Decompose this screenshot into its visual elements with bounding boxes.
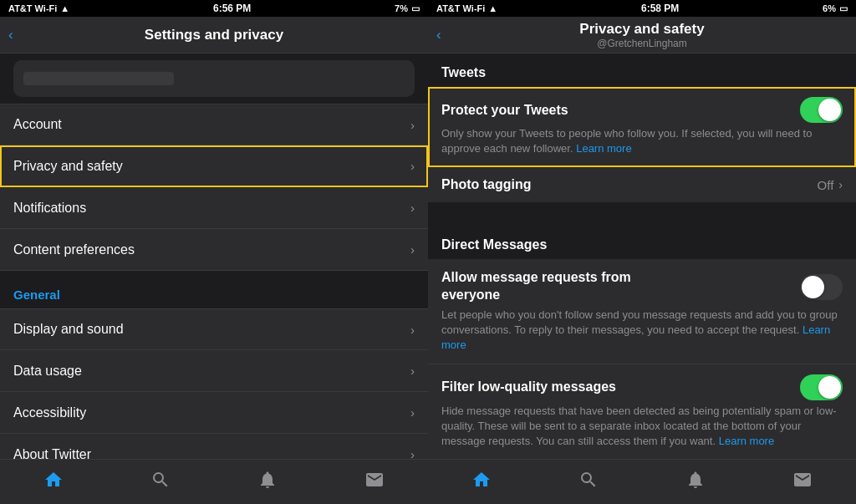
tab-search-left[interactable] — [144, 463, 177, 501]
menu-item-account[interactable]: Account › — [0, 104, 428, 145]
photo-tagging-label: Photo tagging — [441, 177, 532, 192]
back-chevron-left: ‹ — [8, 27, 13, 43]
back-button-right[interactable]: ‹ — [436, 27, 441, 43]
main-menu: Account › Privacy and safety › Notificat… — [0, 104, 428, 271]
filter-messages-item: Filter low-quality messages Hide message… — [428, 364, 856, 459]
allow-messages-description: Let people who you don't follow send you… — [441, 308, 843, 354]
filter-messages-description: Hide message requests that have been det… — [441, 404, 843, 450]
filter-messages-toggle[interactable] — [800, 374, 843, 400]
tab-bar-left — [0, 459, 428, 504]
chevron-photo-tagging: › — [838, 178, 843, 191]
carrier-left: AT&T Wi-Fi — [8, 3, 57, 13]
photo-tagging-value: Off — [818, 178, 834, 192]
nav-bar-right: ‹ Privacy and safety @GretchenLingham — [428, 17, 856, 53]
filter-messages-toggle-knob — [818, 376, 841, 399]
filter-messages-learn-more[interactable]: Learn more — [719, 435, 774, 447]
battery-pct-left: 7% — [395, 3, 408, 13]
allow-messages-toggle[interactable] — [800, 274, 843, 300]
chevron-about: › — [410, 447, 415, 459]
allow-messages-item: Allow message requests from everyone Let… — [428, 259, 856, 364]
tab-home-left[interactable] — [37, 463, 70, 501]
status-right-left: AT&T Wi-Fi ▲ — [436, 3, 497, 13]
tab-home-right[interactable] — [465, 463, 498, 501]
tweets-section-title: Tweets — [428, 53, 856, 87]
protect-tweets-label: Protect your Tweets — [441, 103, 568, 118]
time-left: 6:56 PM — [213, 3, 251, 14]
page-title-left: Settings and privacy — [145, 27, 283, 43]
nav-bar-left: ‹ Settings and privacy — [0, 17, 428, 53]
battery-icon-left: ▭ — [411, 3, 420, 14]
menu-item-content[interactable]: Content preferences › — [0, 229, 428, 271]
status-left: AT&T Wi-Fi ▲ — [8, 3, 69, 13]
menu-item-privacy[interactable]: Privacy and safety › — [0, 145, 428, 187]
user-banner — [13, 60, 415, 97]
content-right: Tweets Protect your Tweets Only show you… — [428, 53, 856, 459]
tab-messages-right[interactable] — [786, 463, 819, 501]
battery-left: 7% ▭ — [395, 3, 420, 14]
chevron-notifications: › — [410, 201, 415, 215]
time-right: 6:58 PM — [641, 3, 679, 14]
protect-tweets-toggle[interactable] — [800, 97, 843, 123]
allow-messages-label: Allow message requests from everyone — [441, 269, 659, 304]
tab-bar-right — [428, 459, 856, 504]
carrier-right: AT&T Wi-Fi — [436, 3, 485, 13]
back-button-left[interactable]: ‹ — [8, 27, 13, 43]
tweets-card-list: Protect your Tweets Only show your Tweet… — [428, 87, 856, 202]
page-title-right: Privacy and safety — [579, 21, 704, 38]
protect-tweets-item: Protect your Tweets Only show your Tweet… — [428, 87, 856, 167]
wifi-icon-left: ▲ — [60, 3, 69, 13]
protect-tweets-description: Only show your Tweets to people who foll… — [441, 126, 843, 156]
protect-tweets-row: Protect your Tweets — [441, 97, 843, 123]
chevron-data: › — [410, 364, 415, 378]
right-panel: AT&T Wi-Fi ▲ 6:58 PM 6% ▭ ‹ Privacy and … — [428, 0, 856, 504]
chevron-accessibility: › — [410, 405, 415, 420]
chevron-display: › — [410, 323, 415, 337]
tab-notifications-left[interactable] — [251, 463, 284, 501]
allow-messages-row: Allow message requests from everyone — [441, 269, 843, 304]
photo-tagging-row: Photo tagging Off › — [441, 177, 843, 192]
left-panel: AT&T Wi-Fi ▲ 6:56 PM 7% ▭ ‹ Settings and… — [0, 0, 428, 504]
general-section-header: General — [0, 271, 428, 308]
protect-tweets-learn-more[interactable]: Learn more — [576, 142, 631, 155]
section-divider — [428, 202, 856, 226]
menu-item-data[interactable]: Data usage › — [0, 350, 428, 392]
nav-title-group: Privacy and safety @GretchenLingham — [579, 21, 704, 49]
menu-item-notifications[interactable]: Notifications › — [0, 187, 428, 229]
filter-messages-label: Filter low-quality messages — [441, 379, 616, 395]
dm-section-title: Direct Messages — [428, 226, 856, 259]
status-bar-right: AT&T Wi-Fi ▲ 6:58 PM 6% ▭ — [428, 0, 856, 17]
menu-item-display[interactable]: Display and sound › — [0, 308, 428, 350]
chevron-content: › — [410, 242, 415, 257]
wifi-icon-right: ▲ — [488, 3, 497, 13]
page-subtitle-right: @GretchenLingham — [597, 38, 687, 49]
content-left: Account › Privacy and safety › Notificat… — [0, 53, 428, 459]
photo-tagging-item[interactable]: Photo tagging Off › — [428, 167, 856, 202]
menu-item-about[interactable]: About Twitter › — [0, 434, 428, 459]
dm-card-list: Allow message requests from everyone Let… — [428, 259, 856, 459]
tab-notifications-right[interactable] — [679, 463, 712, 501]
user-banner-placeholder — [23, 72, 174, 85]
filter-messages-row: Filter low-quality messages — [441, 374, 843, 400]
chevron-privacy: › — [410, 159, 415, 173]
status-bar-left: AT&T Wi-Fi ▲ 6:56 PM 7% ▭ — [0, 0, 428, 17]
allow-messages-toggle-knob — [802, 276, 824, 298]
tab-messages-left[interactable] — [358, 463, 391, 501]
photo-tagging-right: Off › — [818, 178, 843, 192]
battery-pct-right: 6% — [823, 3, 836, 13]
back-chevron-right: ‹ — [436, 27, 441, 43]
battery-right: 6% ▭ — [823, 3, 848, 14]
battery-icon-right: ▭ — [839, 3, 848, 14]
menu-item-accessibility[interactable]: Accessibility › — [0, 392, 428, 434]
general-menu: Display and sound › Data usage › Accessi… — [0, 308, 428, 459]
tab-search-right[interactable] — [572, 463, 605, 501]
protect-tweets-toggle-knob — [818, 99, 841, 121]
chevron-account: › — [410, 118, 415, 132]
